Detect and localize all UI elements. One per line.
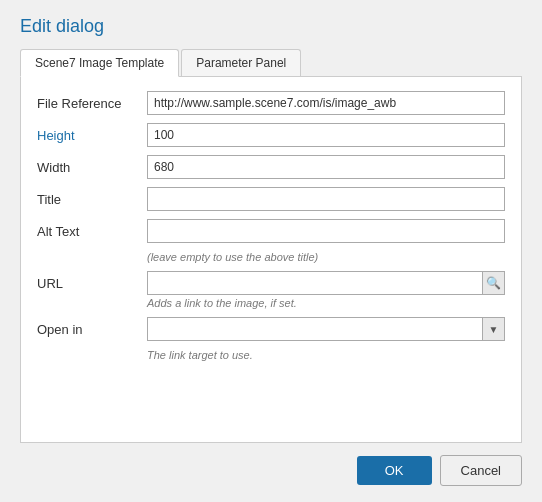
- title-input[interactable]: [147, 187, 505, 211]
- title-row: Title: [37, 187, 505, 211]
- tab-bar: Scene7 Image Template Parameter Panel: [20, 49, 522, 77]
- url-label: URL: [37, 276, 147, 291]
- title-label: Title: [37, 192, 147, 207]
- url-input[interactable]: [148, 272, 482, 294]
- url-search-button[interactable]: 🔍: [482, 272, 504, 294]
- search-icon: 🔍: [486, 276, 501, 290]
- tab-parameter[interactable]: Parameter Panel: [181, 49, 301, 76]
- dialog-footer: OK Cancel: [20, 443, 522, 486]
- url-row: URL 🔍: [37, 271, 505, 295]
- url-input-wrap: 🔍: [147, 271, 505, 295]
- width-input[interactable]: [147, 155, 505, 179]
- open-in-hint: The link target to use.: [147, 349, 505, 361]
- open-in-select[interactable]: [148, 318, 482, 340]
- chevron-down-icon: ▼: [482, 318, 504, 340]
- url-hint: Adds a link to the image, if set.: [147, 297, 505, 309]
- edit-dialog: Edit dialog Scene7 Image Template Parame…: [0, 0, 542, 502]
- file-reference-label: File Reference: [37, 96, 147, 111]
- width-row: Width: [37, 155, 505, 179]
- alt-text-row: Alt Text: [37, 219, 505, 243]
- dialog-title: Edit dialog: [20, 16, 522, 37]
- height-input[interactable]: [147, 123, 505, 147]
- open-in-label: Open in: [37, 322, 147, 337]
- open-in-row: Open in ▼: [37, 317, 505, 341]
- ok-button[interactable]: OK: [357, 456, 432, 485]
- alt-text-input[interactable]: [147, 219, 505, 243]
- height-row: Height: [37, 123, 505, 147]
- file-reference-input[interactable]: [147, 91, 505, 115]
- height-label: Height: [37, 128, 147, 143]
- tab-scene7[interactable]: Scene7 Image Template: [20, 49, 179, 77]
- alt-text-label: Alt Text: [37, 224, 147, 239]
- cancel-button[interactable]: Cancel: [440, 455, 522, 486]
- file-reference-row: File Reference: [37, 91, 505, 115]
- alt-text-hint: (leave empty to use the above title): [147, 251, 505, 263]
- width-label: Width: [37, 160, 147, 175]
- tab-panel: File Reference Height Width Title Alt Te…: [20, 77, 522, 443]
- open-in-select-wrap: ▼: [147, 317, 505, 341]
